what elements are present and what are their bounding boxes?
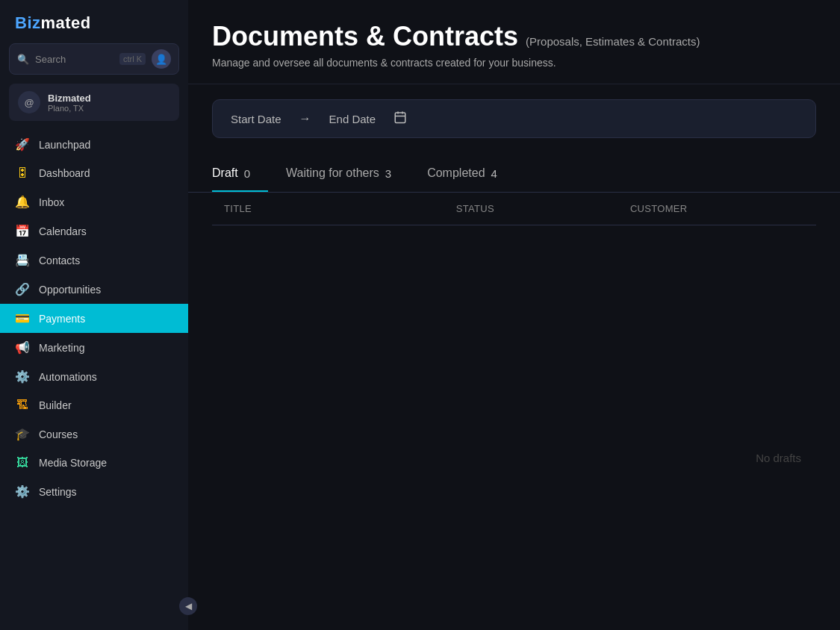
sidebar-label-marketing: Marketing xyxy=(39,342,84,354)
sidebar-item-automations[interactable]: ⚙️ Automations xyxy=(0,362,188,391)
workspace-info: Bizmated Plano, TX xyxy=(48,93,91,113)
page-header: Documents & Contracts (Proposals, Estima… xyxy=(188,0,840,84)
date-arrow-icon: → xyxy=(299,112,311,125)
dashboard-icon: 🎛 xyxy=(15,166,30,180)
opportunities-icon: 🔗 xyxy=(15,282,30,296)
sidebar-item-contacts[interactable]: 📇 Contacts xyxy=(0,246,188,275)
media-storage-icon: 🖼 xyxy=(15,456,30,470)
status-tabs: Draft 0 Waiting for others 3 Completed 4 xyxy=(188,156,840,193)
col-status: Status xyxy=(456,203,630,214)
sidebar-item-settings[interactable]: ⚙️ Settings xyxy=(0,477,188,506)
tab-draft-count: 0 xyxy=(244,167,250,180)
page-subtitle: (Proposals, Estimates & Contracts) xyxy=(526,35,700,48)
sidebar: Bizmated 🔍 Search ctrl K 👤 @ Bizmated Pl… xyxy=(0,0,188,630)
sidebar-collapse-button[interactable]: ◀ xyxy=(179,597,197,615)
search-placeholder: Search xyxy=(35,54,113,65)
end-date-label: End Date xyxy=(329,113,376,125)
sidebar-label-payments: Payments xyxy=(39,313,85,325)
sidebar-label-inbox: Inbox xyxy=(39,196,64,208)
sidebar-item-courses[interactable]: 🎓 Courses xyxy=(0,420,188,449)
page-description: Manage and oversee all documents & contr… xyxy=(212,57,816,69)
builder-icon: 🏗 xyxy=(15,399,30,412)
sidebar-item-opportunities[interactable]: 🔗 Opportunities xyxy=(0,275,188,304)
user-avatar[interactable]: 👤 xyxy=(152,49,171,69)
inbox-icon: 🔔 xyxy=(15,195,30,209)
sidebar-label-contacts: Contacts xyxy=(39,255,80,266)
table-header: Title Status Customer xyxy=(212,193,816,225)
page-title: Documents & Contracts xyxy=(212,21,518,52)
contacts-icon: 📇 xyxy=(15,253,30,267)
settings-icon: ⚙️ xyxy=(15,484,30,499)
svg-rect-0 xyxy=(395,113,405,123)
sidebar-item-dashboard[interactable]: 🎛 Dashboard xyxy=(0,159,188,187)
sidebar-label-settings: Settings xyxy=(39,486,77,498)
sidebar-label-dashboard: Dashboard xyxy=(39,167,90,179)
workspace-icon: @ xyxy=(18,91,40,113)
workspace-location: Plano, TX xyxy=(48,104,91,113)
payments-icon: 💳 xyxy=(15,311,30,325)
sidebar-label-calendars: Calendars xyxy=(39,225,87,237)
search-icon: 🔍 xyxy=(17,54,29,65)
sidebar-label-automations: Automations xyxy=(39,371,97,383)
sidebar-item-builder[interactable]: 🏗 Builder xyxy=(0,391,188,420)
automations-icon: ⚙️ xyxy=(15,369,30,384)
sidebar-label-opportunities: Opportunities xyxy=(39,284,101,296)
search-bar[interactable]: 🔍 Search ctrl K 👤 xyxy=(9,43,179,75)
workspace-selector[interactable]: @ Bizmated Plano, TX xyxy=(9,84,179,121)
sidebar-item-inbox[interactable]: 🔔 Inbox xyxy=(0,187,188,216)
tab-draft[interactable]: Draft 0 xyxy=(212,156,268,192)
tab-completed[interactable]: Completed 4 xyxy=(427,156,515,192)
nav-list: 🚀 Launchpad 🎛 Dashboard 🔔 Inbox 📅 Calend… xyxy=(0,127,188,630)
launchpad-icon: 🚀 xyxy=(15,137,30,152)
sidebar-label-launchpad: Launchpad xyxy=(39,139,90,151)
tab-completed-count: 4 xyxy=(491,167,497,180)
workspace-name: Bizmated xyxy=(48,93,91,104)
tab-draft-label: Draft xyxy=(212,166,238,180)
col-title: Title xyxy=(224,203,456,214)
tab-completed-label: Completed xyxy=(427,166,485,180)
courses-icon: 🎓 xyxy=(15,427,30,441)
date-filter[interactable]: Start Date → End Date xyxy=(212,99,816,138)
sidebar-item-marketing[interactable]: 📢 Marketing xyxy=(0,333,188,362)
tab-waiting-label: Waiting for others xyxy=(286,166,379,180)
start-date-label: Start Date xyxy=(231,113,281,125)
sidebar-label-courses: Courses xyxy=(39,428,78,440)
app-logo: Bizmated xyxy=(0,0,188,43)
tab-waiting[interactable]: Waiting for others 3 xyxy=(286,156,409,192)
logo-suffix: mated xyxy=(41,13,91,32)
main-content: Documents & Contracts (Proposals, Estima… xyxy=(188,0,840,630)
sidebar-item-payments[interactable]: 💳 Payments xyxy=(0,304,188,333)
calendar-icon xyxy=(393,110,407,127)
sidebar-label-builder: Builder xyxy=(39,399,72,411)
logo-prefix: Biz xyxy=(15,13,41,32)
search-shortcut: ctrl K xyxy=(119,53,146,65)
col-customer: Customer xyxy=(630,203,804,214)
marketing-icon: 📢 xyxy=(15,340,30,355)
sidebar-label-media-storage: Media Storage xyxy=(39,457,107,469)
sidebar-item-calendars[interactable]: 📅 Calendars xyxy=(0,216,188,246)
sidebar-item-media-storage[interactable]: 🖼 Media Storage xyxy=(0,449,188,477)
empty-state-message: No drafts xyxy=(756,452,801,464)
tab-waiting-count: 3 xyxy=(385,167,391,180)
table-body: No drafts xyxy=(212,225,816,487)
sidebar-item-launchpad[interactable]: 🚀 Launchpad xyxy=(0,130,188,159)
documents-table: Title Status Customer No drafts xyxy=(212,193,816,630)
calendars-icon: 📅 xyxy=(15,224,30,238)
